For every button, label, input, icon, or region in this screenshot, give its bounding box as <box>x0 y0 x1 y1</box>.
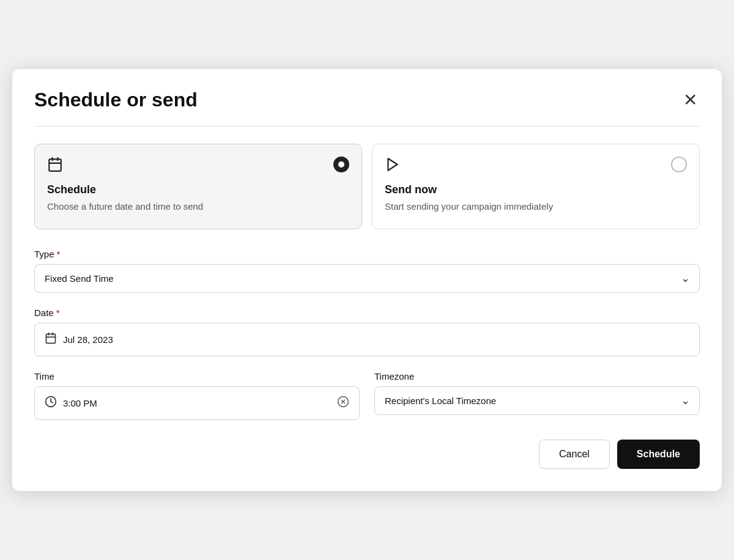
option-cards-container: Schedule Choose a future date and time t… <box>34 144 700 229</box>
timezone-select[interactable]: Recipient's Local Timezone UTC US/Easter… <box>374 386 700 415</box>
svg-rect-0 <box>49 160 61 172</box>
calendar-icon <box>47 157 63 175</box>
time-input[interactable]: 3:00 PM <box>34 386 360 420</box>
svg-rect-5 <box>46 334 56 343</box>
send-now-card-description: Start sending your campaign immediately <box>385 200 687 214</box>
footer-buttons: Cancel Schedule <box>34 440 700 469</box>
send-icon <box>385 157 401 175</box>
timezone-select-wrapper: Recipient's Local Timezone UTC US/Easter… <box>374 386 700 415</box>
send-now-card-label: Send now <box>385 183 687 196</box>
send-now-card[interactable]: Send now Start sending your campaign imm… <box>372 144 700 229</box>
date-label: Date * <box>34 308 700 318</box>
cancel-button[interactable]: Cancel <box>539 440 610 469</box>
schedule-card-description: Choose a future date and time to send <box>47 200 349 214</box>
time-value: 3:00 PM <box>63 398 97 408</box>
header-divider <box>34 126 700 127</box>
type-required-star: * <box>57 249 61 259</box>
date-form-group: Date * Jul 28, 2023 <box>34 308 700 356</box>
schedule-button[interactable]: Schedule <box>617 440 700 469</box>
type-select[interactable]: Fixed Send Time Optimized Send Time <box>34 264 700 293</box>
modal-title: Schedule or send <box>34 89 198 111</box>
schedule-card[interactable]: Schedule Choose a future date and time t… <box>34 144 362 229</box>
schedule-or-send-modal: Schedule or send ✕ Schedule Choo <box>12 69 722 491</box>
send-now-radio[interactable] <box>671 157 687 172</box>
close-button[interactable]: ✕ <box>681 89 700 111</box>
time-label: Time <box>34 371 360 381</box>
date-required-star: * <box>56 308 60 318</box>
send-now-card-top <box>385 157 687 175</box>
type-form-group: Type * Fixed Send Time Optimized Send Ti… <box>34 249 700 293</box>
schedule-card-top <box>47 157 349 175</box>
time-clock-icon <box>45 396 57 411</box>
close-icon: ✕ <box>683 90 697 109</box>
timezone-form-group: Timezone Recipient's Local Timezone UTC … <box>374 371 700 420</box>
type-select-wrapper: Fixed Send Time Optimized Send Time ⌄ <box>34 264 700 293</box>
time-timezone-row: Time 3:00 PM <box>34 371 700 420</box>
modal-header: Schedule or send ✕ <box>34 89 700 111</box>
date-input[interactable]: Jul 28, 2023 <box>34 323 700 356</box>
schedule-radio[interactable] <box>333 157 349 172</box>
time-form-group: Time 3:00 PM <box>34 371 360 420</box>
type-label: Type * <box>34 249 700 259</box>
date-value: Jul 28, 2023 <box>63 334 113 345</box>
timezone-label: Timezone <box>374 371 700 381</box>
time-clear-icon[interactable] <box>337 396 349 411</box>
date-calendar-icon <box>45 332 57 347</box>
schedule-card-label: Schedule <box>47 183 349 196</box>
svg-marker-4 <box>388 159 397 171</box>
